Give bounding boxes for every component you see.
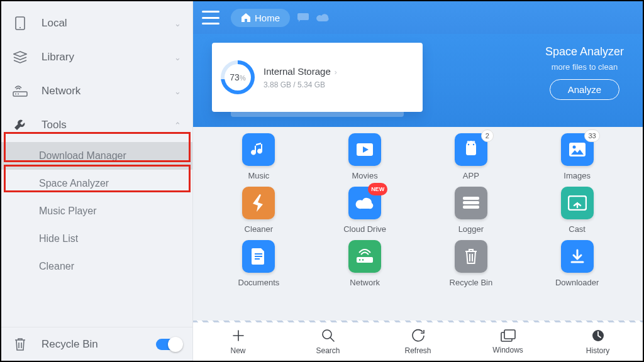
badge: 33 bbox=[584, 129, 599, 142]
logger-icon bbox=[455, 187, 487, 219]
tile-label: Movies bbox=[352, 171, 378, 180]
tile-music[interactable]: Music bbox=[214, 133, 303, 180]
sidebar: Local ⌄ Library ⌄ Network ⌄ Tools ⌃ Dow bbox=[1, 1, 193, 361]
svg-rect-13 bbox=[463, 197, 479, 200]
hero-section: 73% Internal Storage› 3.88 GB / 5.34 GB … bbox=[193, 34, 643, 127]
device-icon bbox=[13, 16, 28, 31]
chat-icon[interactable] bbox=[297, 13, 309, 22]
tile-logger[interactable]: Logger bbox=[427, 187, 515, 234]
downloader-icon bbox=[561, 240, 594, 273]
breadcrumb-label: Home bbox=[255, 13, 280, 23]
windows-icon bbox=[501, 329, 516, 344]
tile-network[interactable]: Network bbox=[321, 240, 409, 287]
layers-icon bbox=[13, 50, 28, 65]
svg-rect-23 bbox=[504, 330, 515, 339]
tile-documents[interactable]: Documents bbox=[214, 240, 303, 287]
tile-label: Cloud Drive bbox=[343, 224, 386, 234]
bottombar-history[interactable]: History bbox=[553, 322, 643, 361]
bottombar-label: Refresh bbox=[404, 346, 431, 355]
storage-percent-value: 73 bbox=[230, 72, 240, 82]
menu-icon[interactable] bbox=[202, 11, 219, 25]
bottombar-label: Windows bbox=[492, 346, 523, 354]
analyze-button[interactable]: Analyze bbox=[550, 79, 619, 100]
badge: NEW bbox=[368, 183, 387, 195]
sidebar-item-recycle-bin[interactable]: Recycle Bin bbox=[1, 327, 192, 361]
tile-downloader[interactable]: Downloader bbox=[533, 240, 621, 287]
sidebar-item-tools[interactable]: Tools ⌃ bbox=[1, 108, 192, 142]
tile-images[interactable]: 33Images bbox=[533, 133, 621, 180]
tile-cleaner[interactable]: Cleaner bbox=[214, 187, 303, 234]
sidebar-subitem-music-player[interactable]: Music Player bbox=[1, 197, 192, 225]
bottombar-refresh[interactable]: Refresh bbox=[373, 322, 463, 361]
cast-icon bbox=[561, 187, 594, 219]
tile-cloud-drive[interactable]: NEWCloud Drive bbox=[321, 187, 409, 234]
sidebar-subitem-hide-list[interactable]: Hide List bbox=[1, 225, 192, 253]
svg-point-4 bbox=[18, 94, 19, 95]
cloud-icon[interactable] bbox=[316, 13, 329, 22]
sidebar-subitem-space-analyzer[interactable]: Space Analyzer bbox=[1, 170, 192, 197]
sidebar-item-label: Network bbox=[42, 85, 80, 97]
chevron-down-icon: ⌄ bbox=[174, 19, 181, 28]
tile-label: Images bbox=[564, 171, 591, 180]
sidebar-subitem-cleaner[interactable]: Cleaner bbox=[1, 253, 192, 280]
chevron-right-icon: › bbox=[335, 68, 337, 77]
tile-movies[interactable]: Movies bbox=[321, 133, 409, 180]
sidebar-subitem-label: Cleaner bbox=[39, 261, 74, 272]
storage-usage-ring: 73% bbox=[221, 60, 255, 94]
tile-label: Recycle Bin bbox=[450, 278, 493, 287]
tile-cast[interactable]: Cast bbox=[533, 187, 621, 234]
recycle-toggle[interactable] bbox=[156, 339, 181, 350]
bottombar-label: New bbox=[230, 346, 245, 355]
bottombar-windows[interactable]: Windows bbox=[463, 322, 553, 361]
sidebar-subitem-label: Hide List bbox=[39, 233, 78, 244]
sidebar-item-local[interactable]: Local ⌄ bbox=[1, 6, 192, 40]
tile-label: Cast bbox=[569, 224, 586, 234]
topbar: Home bbox=[193, 1, 643, 34]
bottombar: NewSearchRefreshWindowsHistory bbox=[193, 322, 643, 361]
svg-line-21 bbox=[330, 337, 334, 341]
svg-point-12 bbox=[572, 146, 575, 149]
tile-label: Documents bbox=[238, 278, 280, 287]
app-icon: 2 bbox=[455, 133, 487, 166]
trash-icon bbox=[13, 337, 28, 352]
analyzer-subtitle: more files to clean bbox=[545, 62, 624, 72]
tile-label: Cleaner bbox=[245, 224, 274, 234]
chevron-up-icon: ⌃ bbox=[174, 121, 181, 130]
sidebar-subitem-label: Music Player bbox=[39, 206, 97, 217]
bottombar-search[interactable]: Search bbox=[283, 322, 373, 361]
search-icon bbox=[321, 329, 335, 344]
storage-title: Internal Storage bbox=[264, 66, 331, 77]
breadcrumb-home[interactable]: Home bbox=[231, 9, 290, 27]
sidebar-subitem-label: Download Manager bbox=[39, 150, 126, 162]
bottombar-label: Search bbox=[316, 346, 340, 355]
chevron-down-icon: ⌄ bbox=[174, 53, 181, 62]
tile-label: Downloader bbox=[555, 278, 599, 287]
tile-label: APP bbox=[463, 171, 479, 180]
tile-label: Network bbox=[350, 278, 380, 287]
music-icon bbox=[242, 133, 275, 166]
svg-rect-5 bbox=[297, 13, 309, 20]
sidebar-item-library[interactable]: Library ⌄ bbox=[1, 40, 192, 74]
sidebar-item-label: Library bbox=[42, 51, 74, 63]
tile-recycle-bin[interactable]: Recycle Bin bbox=[427, 240, 515, 287]
home-icon bbox=[241, 13, 251, 23]
history-icon bbox=[591, 329, 605, 344]
sidebar-subitem-download-manager[interactable]: Download Manager bbox=[1, 142, 192, 170]
app-root: Local ⌄ Library ⌄ Network ⌄ Tools ⌃ Dow bbox=[1, 1, 643, 361]
svg-point-19 bbox=[362, 259, 364, 261]
storage-usage-text: 3.88 GB / 5.34 GB bbox=[264, 80, 337, 89]
chevron-down-icon: ⌄ bbox=[174, 87, 181, 96]
refresh-icon bbox=[411, 329, 425, 344]
cleaner-icon bbox=[242, 187, 275, 219]
tile-app[interactable]: 2APP bbox=[427, 133, 515, 180]
svg-point-3 bbox=[15, 94, 16, 95]
bottombar-new[interactable]: New bbox=[193, 322, 283, 361]
sidebar-item-network[interactable]: Network ⌄ bbox=[1, 74, 192, 108]
storage-card[interactable]: 73% Internal Storage› 3.88 GB / 5.34 GB bbox=[212, 43, 423, 112]
bottombar-label: History bbox=[586, 346, 609, 355]
analyzer-title: Space Analyzer bbox=[545, 45, 624, 58]
tile-label: Music bbox=[248, 171, 269, 180]
movies-icon bbox=[348, 133, 381, 166]
svg-point-8 bbox=[473, 144, 474, 145]
svg-rect-15 bbox=[463, 206, 479, 209]
